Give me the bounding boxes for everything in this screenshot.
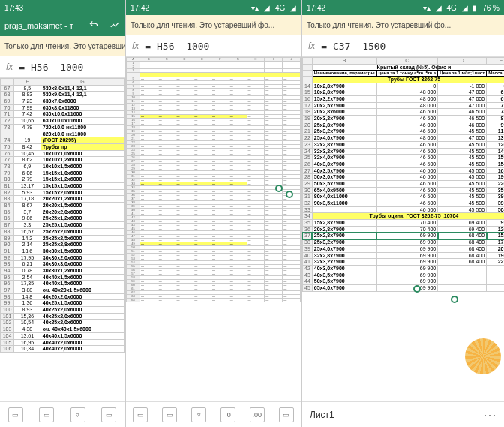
selection-handle-icon[interactable]: [413, 285, 421, 293]
row-header[interactable]: 93: [1, 261, 14, 268]
table-row[interactable]: 2950x3,5x790046 50045 500226,93: [303, 180, 505, 187]
cell[interactable]: 32x2,8x7900: [312, 252, 376, 259]
cell[interactable]: 99,64: [487, 122, 504, 128]
table-row[interactable]: 936,2130x30x3,0x6000: [1, 261, 124, 268]
cell[interactable]: [487, 265, 504, 272]
cell[interactable]: 68 400: [438, 239, 487, 246]
cell[interactable]: —: [229, 299, 247, 302]
cell[interactable]: 13,17: [14, 183, 41, 190]
formula-bar[interactable]: fx = H56 -1000: [0, 56, 124, 78]
cell[interactable]: 47 000: [438, 89, 487, 96]
cell[interactable]: 40x40x1,5x6000: [40, 281, 124, 287]
table-row[interactable]: 778,6210x10x1,2x6000: [1, 157, 124, 164]
cell[interactable]: 70 400: [376, 226, 438, 233]
cell[interactable]: 40x3,5x7900: [312, 167, 376, 174]
table-row[interactable]: 1920x3,2x790046 50046 50087,89: [303, 116, 505, 122]
cell[interactable]: 630x10,0x11600: [40, 118, 124, 125]
table-row[interactable]: 688,83530x9,0x11,4-12,1: [1, 92, 124, 98]
cell[interactable]: 40x3,0x7900: [312, 161, 376, 167]
table-row[interactable]: 2850x3,0x790046 50045 500196,23: [303, 174, 505, 181]
cell[interactable]: 46 500: [376, 206, 438, 213]
table-row[interactable]: 4450x3,5x790069 900: [303, 278, 505, 285]
cell[interactable]: —: [158, 299, 176, 302]
cell[interactable]: 20x20x2,0x6000: [40, 209, 124, 215]
table-row[interactable]: 1615x3,2x790048 00047 00069,36: [303, 96, 505, 103]
cell[interactable]: 25x3,2x7900: [312, 239, 376, 246]
cell[interactable]: 45 500: [438, 128, 487, 135]
row-header[interactable]: 80: [1, 176, 14, 183]
table-row[interactable]: 2532x4,0x790046 50045 500159,96: [303, 155, 505, 161]
cell[interactable]: 25x2,8x7900: [312, 233, 376, 239]
cell[interactable]: 120,38: [487, 226, 504, 233]
table-row[interactable]: 1820x2,8x600046 50046 50078,85: [303, 109, 505, 116]
cell[interactable]: 171,95: [487, 239, 504, 246]
row-header[interactable]: 82: [1, 189, 14, 196]
row-header[interactable]: 37: [303, 233, 313, 239]
row-header[interactable]: 14: [303, 83, 313, 89]
cell[interactable]: 159,96: [487, 155, 504, 161]
cell[interactable]: 46 500: [376, 200, 438, 207]
cell[interactable]: 15x3,2x7900: [312, 96, 376, 103]
cell[interactable]: 10x2,8x7900: [312, 89, 376, 96]
table-row[interactable]: 952,5440x40x1,5x6000: [1, 274, 124, 281]
row-header[interactable]: 23: [303, 141, 313, 148]
cell[interactable]: 7,23: [14, 98, 41, 105]
cell[interactable]: 45 500: [438, 155, 487, 161]
col-header[interactable]: B: [312, 58, 376, 65]
cell[interactable]: 45 500: [438, 187, 487, 194]
cell[interactable]: 15x15x2,0x6000: [40, 189, 124, 196]
row-header[interactable]: 86: [1, 215, 14, 222]
cell[interactable]: 78,85: [487, 109, 504, 116]
cell[interactable]: 46 500: [376, 174, 438, 181]
filter-icon[interactable]: ▿: [70, 407, 86, 422]
selection-handle-icon[interactable]: [286, 191, 293, 198]
cell[interactable]: 3,7: [14, 209, 41, 215]
view-icon-3[interactable]: ▭: [279, 407, 294, 422]
table-row[interactable]: 4132x3,2x790069 90068 400222,28: [303, 259, 505, 266]
table-row[interactable]: 3515x2,8x790070 40069 40092,93: [303, 220, 505, 227]
table-row[interactable]: 10413,6140x40x1,5x6000: [1, 332, 124, 339]
cell[interactable]: 6,06: [14, 170, 41, 176]
table-row[interactable]: 2640x3,0x790046 50045 500154,85: [303, 161, 505, 167]
cell[interactable]: 13,6: [14, 248, 41, 254]
row-header[interactable]: 39: [303, 245, 313, 252]
cell[interactable]: 14,2: [14, 235, 41, 242]
cell[interactable]: —: [140, 299, 158, 302]
cell[interactable]: 40x3,5x7900: [312, 272, 376, 278]
cell[interactable]: 8,67: [14, 203, 41, 209]
row-header[interactable]: 106: [1, 346, 14, 353]
table-row[interactable]: 9113,630x30x1,5x6000: [1, 248, 124, 254]
row-header[interactable]: 44: [303, 278, 313, 285]
cell[interactable]: 5,93: [14, 189, 41, 196]
cell[interactable]: [438, 278, 487, 285]
view-icon-1[interactable]: ▭: [133, 407, 148, 422]
highlight-icon[interactable]: [110, 20, 120, 32]
cell[interactable]: 530x8,0x11,4-12,1: [40, 85, 124, 92]
cell[interactable]: 50x3,5x7900: [312, 180, 376, 187]
cell[interactable]: 10x2,8x7900: [312, 83, 376, 89]
table-row[interactable]: 707,99630x8,0x11800: [1, 104, 124, 111]
row-header[interactable]: [1, 131, 14, 137]
cell[interactable]: 30x30x2,0x6000: [40, 254, 124, 261]
cell[interactable]: 45 500: [438, 174, 487, 181]
table-row[interactable]: 873,325x25x1,5x6000: [1, 222, 124, 229]
cell[interactable]: 25x25x1,5x6000: [40, 222, 124, 229]
cell[interactable]: 80x4,0x11000: [312, 194, 376, 200]
cell[interactable]: 46 500: [438, 116, 487, 122]
table-row[interactable]: 7610,4510x10x1,0x6000: [1, 150, 124, 157]
row-header[interactable]: 83: [1, 196, 14, 203]
cell[interactable]: [487, 284, 504, 291]
selection-handle-icon[interactable]: [275, 185, 283, 192]
row-header[interactable]: 72: [1, 118, 14, 125]
cell[interactable]: 40x25x2,0x6000: [40, 307, 124, 314]
cell[interactable]: 46 500: [438, 109, 487, 116]
row-header[interactable]: 20: [303, 122, 313, 128]
row-header[interactable]: 85: [1, 209, 14, 215]
table-row[interactable]: 10516,9540x40x2,0x6000: [1, 339, 124, 346]
table-row[interactable]: 4240x3,0x790069 900: [303, 265, 505, 272]
table-row[interactable]: 4340x3,5x790069 900: [303, 272, 505, 278]
cell[interactable]: 9,86: [14, 215, 41, 222]
table-row[interactable]: 3346 50045 500504,53: [303, 206, 505, 213]
cell[interactable]: 10,65: [14, 118, 41, 125]
row-header[interactable]: 95: [1, 274, 14, 281]
